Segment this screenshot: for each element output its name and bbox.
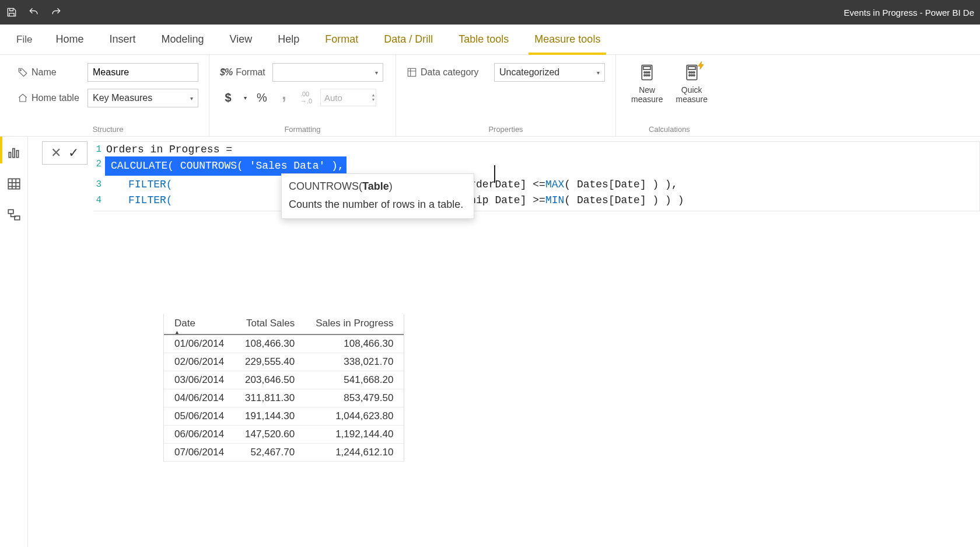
table-row[interactable]: 06/06/2014147,520.601,192,144.40	[164, 426, 404, 444]
table-cell: 541,668.20	[305, 371, 404, 389]
table-cell: 191,144.30	[235, 407, 305, 426]
table-cell: 1,192,144.40	[305, 426, 404, 444]
table-cell: 311,811.30	[235, 389, 305, 407]
formula-controls: ✕ ✓	[42, 141, 88, 165]
table-cell: 52,467.70	[235, 444, 305, 462]
group-calculations-label: Calculations	[626, 124, 712, 134]
table-cell: 02/06/2014	[164, 353, 235, 371]
table-cell: 147,520.60	[235, 426, 305, 444]
view-rail	[0, 137, 28, 547]
ribbon-tabs: File Home Insert Modeling View Help Form…	[0, 25, 980, 55]
svg-point-14	[693, 72, 695, 74]
percent-button[interactable]: %	[254, 89, 270, 106]
data-view-icon[interactable]	[6, 176, 22, 191]
table-row[interactable]: 04/06/2014311,811.30853,479.50	[164, 389, 404, 407]
formula-commit-button[interactable]: ✓	[68, 145, 79, 161]
currency-button[interactable]: $	[220, 89, 236, 106]
col-date[interactable]: Date	[164, 314, 235, 335]
group-formatting-label: Formatting	[220, 124, 385, 134]
svg-point-8	[646, 75, 648, 76]
data-category-label: Data category	[407, 67, 488, 78]
chevron-down-icon: ▾	[597, 69, 600, 76]
table-cell: 108,466.30	[235, 335, 305, 353]
line-number: 2	[93, 156, 106, 176]
thousands-sep-button[interactable]: ,	[276, 85, 292, 103]
titlebar: Events in Progress - Power BI De	[0, 0, 980, 25]
table-cell: 203,646.50	[235, 371, 305, 389]
code-text: Orders in Progress =	[106, 142, 232, 158]
table-cell: 108,466.30	[305, 335, 404, 353]
group-calculations: New measure Quick measure Calculations	[616, 55, 723, 136]
svg-rect-20	[16, 151, 18, 158]
tab-help[interactable]: Help	[265, 25, 312, 54]
tab-data-drill[interactable]: Data / Drill	[371, 25, 446, 54]
tab-format[interactable]: Format	[312, 25, 371, 54]
home-table-label: Home table	[18, 93, 82, 103]
svg-rect-18	[9, 152, 10, 158]
svg-point-5	[646, 72, 648, 74]
format-select[interactable]: ▾	[272, 63, 383, 82]
line-number: 4	[93, 193, 106, 208]
svg-rect-22	[8, 210, 13, 214]
redo-icon[interactable]	[50, 6, 62, 18]
svg-point-7	[644, 75, 646, 76]
model-view-icon[interactable]	[6, 208, 22, 223]
table-row[interactable]: 05/06/2014191,144.301,044,623.80	[164, 407, 404, 426]
code-text: MAX	[545, 177, 564, 193]
intellisense-fn: COUNTROWS(	[289, 180, 362, 192]
intellisense-tooltip: COUNTROWS(Table) Counts the number of ro…	[281, 173, 474, 219]
table-row[interactable]: 07/06/201452,467.701,244,612.10	[164, 444, 404, 462]
code-text: MIN	[545, 193, 564, 208]
home-table-select[interactable]: Key Measures▾	[88, 89, 198, 107]
intellisense-description: Counts the number of rows in a table.	[289, 197, 463, 212]
tab-view[interactable]: View	[217, 25, 265, 54]
tab-modeling[interactable]: Modeling	[148, 25, 216, 54]
undo-icon[interactable]	[28, 6, 40, 18]
calculator-lightning-icon	[680, 63, 704, 82]
format-icon: $%	[220, 67, 232, 78]
table-row[interactable]: 01/06/2014108,466.30108,466.30	[164, 335, 404, 353]
table-cell: 338,021.70	[305, 353, 404, 371]
tab-home[interactable]: Home	[43, 25, 96, 54]
calculator-icon	[635, 63, 659, 82]
tab-table-tools[interactable]: Table tools	[446, 25, 522, 54]
formula-cancel-button[interactable]: ✕	[51, 145, 61, 161]
table-row[interactable]: 03/06/2014203,646.50541,668.20	[164, 371, 404, 389]
data-category-select[interactable]: Uncategorized▾	[494, 63, 605, 82]
svg-point-13	[691, 72, 692, 74]
table-row[interactable]: 02/06/2014229,555.40338,021.70	[164, 353, 404, 371]
report-canvas[interactable]: ✕ ✓ 1 Orders in Progress = 2 CALCULATE( …	[28, 137, 980, 547]
decrease-decimals-button[interactable]: .00→.0	[298, 89, 314, 106]
col-total-sales[interactable]: Total Sales	[235, 314, 305, 335]
tab-file[interactable]: File	[6, 25, 43, 54]
save-icon[interactable]	[6, 6, 18, 18]
group-properties: Data category Uncategorized▾ Properties	[396, 55, 616, 136]
table-cell: 07/06/2014	[164, 444, 235, 462]
quick-measure-button[interactable]: Quick measure	[671, 63, 712, 124]
text-cursor-icon	[494, 165, 495, 183]
svg-point-12	[689, 72, 691, 74]
decimals-spinner[interactable]: Auto ▴▾	[320, 89, 376, 106]
tab-insert[interactable]: Insert	[96, 25, 148, 54]
new-measure-button[interactable]: New measure	[626, 63, 667, 124]
currency-dropdown[interactable]: ▾	[242, 89, 248, 106]
home-icon	[18, 93, 28, 103]
table-header-row: Date Total Sales Sales in Progress	[164, 314, 404, 335]
svg-point-9	[649, 75, 650, 76]
svg-point-4	[644, 72, 646, 74]
svg-point-6	[649, 72, 650, 74]
measure-name-input[interactable]	[88, 63, 198, 82]
col-sales-in-progress[interactable]: Sales in Progress	[305, 314, 404, 335]
table-cell: 229,555.40	[235, 353, 305, 371]
dax-editor[interactable]: 1 Orders in Progress = 2 CALCULATE( COUN…	[93, 141, 980, 211]
code-text: ( Dates[Date] ) ),	[564, 177, 677, 193]
table-visual[interactable]: Date Total Sales Sales in Progress 01/06…	[163, 314, 404, 462]
chevron-down-icon: ▾	[375, 69, 378, 76]
format-label: $% Format	[220, 67, 267, 78]
svg-rect-21	[8, 179, 20, 189]
chevron-down-icon: ▾	[190, 95, 193, 102]
table-cell: 04/06/2014	[164, 389, 235, 407]
tab-measure-tools[interactable]: Measure tools	[522, 25, 613, 54]
svg-point-0	[20, 69, 21, 71]
report-view-icon[interactable]	[6, 145, 22, 160]
